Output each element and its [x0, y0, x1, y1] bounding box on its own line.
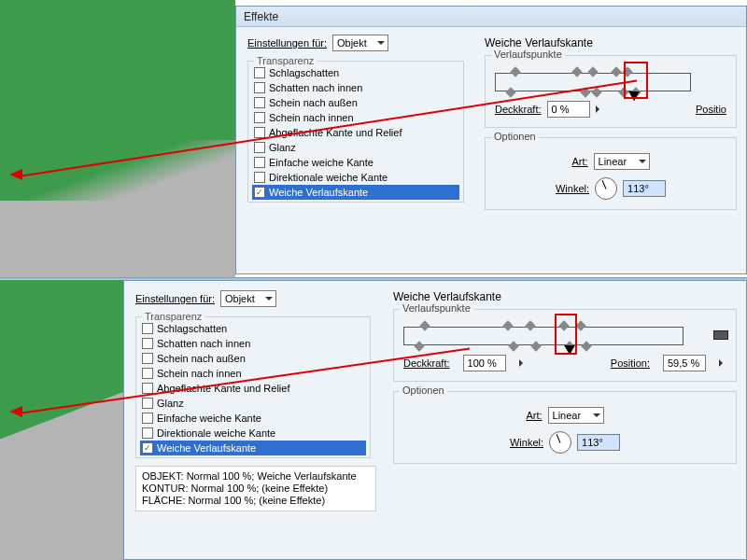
angle-dial[interactable]	[595, 177, 617, 200]
opacity-label: Deckkraft:	[403, 357, 450, 369]
opacity-stepper[interactable]	[596, 105, 603, 113]
highlight-box	[555, 314, 577, 355]
checkbox[interactable]	[142, 427, 153, 439]
fx-item-label: Weiche Verlaufskante	[269, 187, 368, 198]
dialog-title: Effekte	[236, 7, 746, 27]
fx-item[interactable]: Glanz	[140, 396, 366, 411]
fx-item[interactable]: Schatten nach innen	[140, 336, 366, 351]
angle-label: Winkel:	[510, 437, 543, 448]
options-group: Optionen Art: Linear Winkel: 113°	[393, 391, 737, 464]
opacity-field[interactable]: 0 %	[547, 101, 590, 118]
opacity-label: Deckkraft:	[495, 104, 542, 115]
effects-dialog: Einstellungen für: Objekt Transparenz Sc…	[123, 280, 747, 560]
opacity-field[interactable]: 100 %	[463, 355, 506, 371]
section-title: Weiche Verlaufskante	[393, 290, 737, 303]
checkbox[interactable]	[254, 172, 265, 183]
fx-item[interactable]: Einfache weiche Kante	[252, 155, 459, 170]
effects-list-legend: Transparenz	[254, 55, 317, 66]
effects-list-legend: Transparenz	[142, 311, 204, 322]
gradient-group: Verlaufspunkte	[485, 55, 737, 128]
fx-item-label: Schlagschatten	[157, 323, 227, 334]
type-label: Art:	[571, 156, 587, 167]
fx-item-label: Weiche Verlaufskante	[157, 442, 256, 454]
fx-item[interactable]: Schein nach außen	[252, 95, 459, 110]
checkbox[interactable]	[254, 112, 265, 123]
fx-item[interactable]: Einfache weiche Kante	[140, 411, 366, 426]
effects-list-group: Transparenz SchlagschattenSchatten nach …	[247, 61, 464, 203]
fx-item-label: Einfache weiche Kante	[157, 413, 261, 424]
fx-item-label: Schein nach innen	[157, 368, 242, 379]
position-label: Position:	[611, 357, 650, 369]
summary-line: FLÄCHE: Normal 100 %; (keine Effekte)	[142, 495, 370, 507]
fx-item[interactable]: Direktionale weiche Kante	[252, 170, 459, 185]
fx-item-label: Schlagschatten	[269, 67, 339, 78]
angle-dial[interactable]	[549, 431, 571, 454]
checkbox[interactable]	[142, 338, 153, 349]
fx-item-label: Glanz	[269, 142, 296, 153]
checkbox[interactable]	[254, 82, 265, 93]
checkbox[interactable]	[142, 413, 153, 424]
position-stepper[interactable]	[719, 359, 726, 367]
annotation-arrowhead	[4, 406, 22, 417]
fx-item[interactable]: ✓Weiche Verlaufskante	[140, 441, 366, 455]
fx-item-label: Einfache weiche Kante	[269, 157, 374, 168]
checkbox[interactable]	[142, 323, 153, 334]
effects-dialog: Effekte Einstellungen für: Objekt Transp…	[235, 6, 747, 274]
effects-summary: OBJEKT: Normal 100 %; Weiche Verlaufskan…	[135, 466, 376, 511]
fx-item-label: Direktionale weiche Kante	[269, 172, 388, 183]
fx-item-label: Schatten nach innen	[269, 82, 362, 93]
position-label: Positio	[696, 104, 726, 115]
angle-field[interactable]: 113°	[577, 434, 620, 451]
settings-for-label: Einstellungen für:	[247, 37, 327, 49]
fx-item[interactable]: Schatten nach innen	[252, 80, 459, 95]
settings-for-combo[interactable]: Objekt	[220, 290, 276, 307]
opacity-stepper[interactable]	[519, 359, 527, 367]
checkbox[interactable]	[142, 368, 153, 379]
type-combo[interactable]: Linear	[548, 407, 604, 424]
checkbox[interactable]	[254, 127, 265, 138]
fx-item-label: Direktionale weiche Kante	[157, 427, 275, 439]
checkbox[interactable]	[254, 67, 265, 78]
gradient-slider[interactable]	[495, 73, 691, 91]
fx-item[interactable]: ✓Weiche Verlaufskante	[252, 185, 459, 200]
settings-for-combo[interactable]: Objekt	[332, 35, 388, 51]
options-group: Optionen Art: Linear Winkel: 113°	[485, 137, 737, 210]
gradient-slider[interactable]	[403, 327, 684, 345]
summary-line: KONTUR: Normal 100 %; (keine Effekte)	[142, 483, 370, 495]
checkbox[interactable]	[142, 398, 153, 409]
gradient-extra-icon[interactable]	[713, 330, 728, 340]
fx-item-label: Schein nach außen	[269, 97, 358, 108]
gradient-group-legend: Verlaufspunkte	[491, 49, 565, 60]
type-combo[interactable]: Linear	[594, 153, 650, 170]
options-legend: Optionen	[400, 385, 447, 396]
fx-item[interactable]: Direktionale weiche Kante	[140, 426, 366, 441]
fx-item-label: Abgeflachte Kante und Relief	[269, 127, 402, 138]
checkbox[interactable]: ✓	[142, 442, 153, 454]
fx-item-label: Schein nach innen	[269, 112, 354, 123]
fx-item-label: Schein nach außen	[157, 353, 246, 364]
fx-item[interactable]: Abgeflachte Kante und Relief	[252, 125, 459, 140]
gradient-group: Verlaufspunkte	[393, 309, 737, 382]
settings-for-label: Einstellungen für:	[135, 293, 215, 304]
fx-item[interactable]: Schlagschatten	[140, 321, 366, 336]
annotation-arrowhead	[4, 169, 22, 180]
fx-item[interactable]: Glanz	[252, 140, 459, 155]
fx-item[interactable]: Schein nach außen	[140, 351, 366, 366]
checkbox[interactable]	[254, 157, 265, 168]
fx-item-label: Glanz	[157, 398, 184, 409]
checkbox[interactable]	[254, 142, 265, 153]
fx-item[interactable]: Abgeflachte Kante und Relief	[140, 381, 366, 396]
section-title: Weiche Verlaufskante	[485, 36, 737, 49]
fx-item[interactable]: Schlagschatten	[252, 65, 459, 80]
checkbox[interactable]	[142, 383, 153, 394]
effects-list-group: Transparenz SchlagschattenSchatten nach …	[135, 316, 371, 458]
checkbox[interactable]	[142, 353, 153, 364]
checkbox[interactable]	[254, 97, 265, 108]
position-field[interactable]: 59,5 %	[663, 355, 706, 371]
angle-label: Winkel:	[556, 183, 589, 194]
summary-line: OBJEKT: Normal 100 %; Weiche Verlaufskan…	[142, 470, 370, 483]
checkbox[interactable]: ✓	[254, 187, 265, 198]
type-label: Art:	[526, 410, 542, 421]
gradient-group-legend: Verlaufspunkte	[400, 302, 473, 314]
angle-field[interactable]: 113°	[623, 180, 666, 197]
